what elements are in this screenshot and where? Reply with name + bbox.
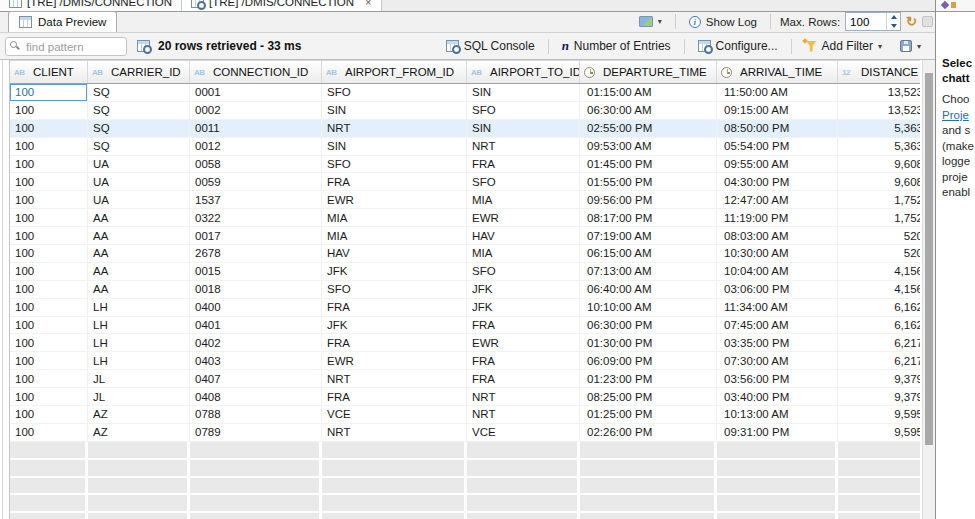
table-cell[interactable]: AA	[88, 209, 190, 226]
table-row[interactable]: 100SQ0011NRTSIN02:55:00 PM08:50:00 PM5,3…	[10, 120, 920, 138]
table-cell[interactable]: 09:53:00 AM	[580, 138, 717, 155]
table-cell[interactable]: LH	[88, 299, 190, 316]
table-cell[interactable]: LH	[88, 317, 190, 334]
table-row[interactable]: 100JL0408FRANRT08:25:00 PM03:40:00 PM9,3…	[10, 388, 920, 406]
table-cell[interactable]: 100	[10, 138, 88, 155]
table-cell[interactable]: EWR	[322, 191, 467, 208]
table-cell[interactable]: SIN	[467, 84, 580, 101]
show-log-button[interactable]: i Show Log	[685, 16, 761, 28]
spin-down-button[interactable]	[887, 22, 900, 31]
sql-console-button[interactable]: SQL Console	[437, 39, 544, 53]
table-cell[interactable]: SFO	[467, 102, 580, 119]
column-header-airport-to-id[interactable]: AB AIRPORT_TO_ID	[467, 61, 580, 83]
table-cell[interactable]: 07:45:00 AM	[717, 317, 838, 334]
table-cell[interactable]: 10:04:00 AM	[717, 263, 838, 280]
table-cell[interactable]: 03:35:00 PM	[717, 334, 838, 351]
table-cell[interactable]: MIA	[322, 209, 467, 226]
table-cell[interactable]: JFK	[467, 281, 580, 298]
table-cell[interactable]: 0407	[190, 370, 322, 387]
table-cell[interactable]: MIA	[467, 191, 580, 208]
table-row[interactable]: 100LH0400FRAJFK10:10:00 AM11:34:00 AM6,1…	[10, 299, 920, 317]
table-row[interactable]: 100SQ0002SINSFO06:30:00 AM09:15:00 AM13,…	[10, 102, 920, 120]
table-cell[interactable]: JL	[88, 370, 190, 387]
table-cell[interactable]: 0401	[190, 317, 322, 334]
table-cell[interactable]: UA	[88, 173, 190, 190]
table-cell[interactable]: SFO	[467, 173, 580, 190]
table-cell[interactable]: FRA	[322, 299, 467, 316]
table-cell[interactable]: 100	[10, 245, 88, 262]
table-cell[interactable]: FRA	[467, 370, 580, 387]
table-cell[interactable]: EWR	[322, 352, 467, 369]
table-cell[interactable]: FRA	[322, 388, 467, 405]
table-cell[interactable]: 100	[10, 388, 88, 405]
table-cell[interactable]: 13,523	[838, 84, 920, 101]
table-cell[interactable]: 100	[10, 102, 88, 119]
column-header-client[interactable]: AB CLIENT	[10, 61, 88, 83]
table-cell[interactable]: 09:56:00 PM	[580, 191, 717, 208]
table-row[interactable]: 100AA0018SFOJFK06:40:00 AM03:06:00 PM4,1…	[10, 281, 920, 299]
table-cell[interactable]: 4,156	[838, 281, 920, 298]
table-cell[interactable]: SFO	[322, 84, 467, 101]
table-row[interactable]: 100AZ0789NRTVCE02:26:00 PM09:31:00 PM9,5…	[10, 424, 920, 442]
table-cell[interactable]: 100	[10, 173, 88, 190]
table-cell[interactable]: NRT	[467, 406, 580, 423]
table-cell[interactable]: 01:45:00 PM	[580, 156, 717, 173]
table-cell[interactable]: UA	[88, 156, 190, 173]
table-cell[interactable]: 9,595	[838, 424, 920, 441]
table-cell[interactable]: 06:09:00 PM	[580, 352, 717, 369]
table-cell[interactable]: 02:26:00 PM	[580, 424, 717, 441]
table-cell[interactable]: 01:23:00 PM	[580, 370, 717, 387]
table-cell[interactable]: 520	[838, 245, 920, 262]
table-cell[interactable]: 11:19:00 PM	[717, 209, 838, 226]
table-cell[interactable]: MIA	[322, 227, 467, 244]
column-header-distance[interactable]: 12 DISTANCE	[838, 61, 920, 83]
table-cell[interactable]: 9,608	[838, 156, 920, 173]
table-cell[interactable]: MIA	[467, 245, 580, 262]
table-row[interactable]: 100AA2678HAVMIA06:15:00 AM10:30:00 AM520	[10, 245, 920, 263]
table-cell[interactable]: NRT	[467, 138, 580, 155]
table-cell[interactable]: 0011	[190, 120, 322, 137]
table-cell[interactable]: SFO	[322, 281, 467, 298]
spin-up-button[interactable]	[887, 13, 900, 22]
table-cell[interactable]: 12:47:00 AM	[717, 191, 838, 208]
table-cell[interactable]: NRT	[322, 370, 467, 387]
vertical-scrollbar[interactable]	[922, 60, 935, 519]
table-cell[interactable]: LH	[88, 352, 190, 369]
table-cell[interactable]: 04:30:00 PM	[717, 173, 838, 190]
tab-data-preview[interactable]: Data Preview	[8, 11, 117, 32]
table-cell[interactable]: 01:15:00 AM	[580, 84, 717, 101]
column-header-departure-time[interactable]: DEPARTURE_TIME	[580, 61, 717, 83]
configure-button[interactable]: Configure...	[689, 39, 787, 53]
table-cell[interactable]: 03:56:00 PM	[717, 370, 838, 387]
table-cell[interactable]: NRT	[467, 388, 580, 405]
table-cell[interactable]: EWR	[467, 334, 580, 351]
table-cell[interactable]: AA	[88, 263, 190, 280]
table-cell[interactable]: 100	[10, 334, 88, 351]
table-cell[interactable]: 01:55:00 PM	[580, 173, 717, 190]
table-cell[interactable]: 5,363	[838, 138, 920, 155]
table-cell[interactable]: 11:34:00 AM	[717, 299, 838, 316]
table-cell[interactable]: AA	[88, 281, 190, 298]
export-chart-button[interactable]: ▾	[635, 16, 666, 27]
column-header-airport-from-id[interactable]: AB AIRPORT_FROM_ID	[322, 61, 467, 83]
table-cell[interactable]: 0001	[190, 84, 322, 101]
add-filter-button[interactable]: Add Filter ▾	[796, 39, 891, 53]
table-cell[interactable]: FRA	[467, 352, 580, 369]
table-cell[interactable]: 100	[10, 370, 88, 387]
table-cell[interactable]: 9,608	[838, 173, 920, 190]
table-cell[interactable]: JFK	[322, 317, 467, 334]
table-cell[interactable]: JL	[88, 388, 190, 405]
table-cell[interactable]: 4,156	[838, 263, 920, 280]
scrollbar-thumb[interactable]	[925, 73, 933, 445]
table-cell[interactable]: 0408	[190, 388, 322, 405]
table-cell[interactable]: 0018	[190, 281, 322, 298]
table-cell[interactable]: 13,523	[838, 102, 920, 119]
table-cell[interactable]: 9,595	[838, 406, 920, 423]
table-row[interactable]: 100LH0401JFKFRA06:30:00 PM07:45:00 AM6,1…	[10, 317, 920, 335]
table-row[interactable]: 100SQ0001SFOSIN01:15:00 AM11:50:00 AM13,…	[10, 84, 920, 102]
table-cell[interactable]: SQ	[88, 120, 190, 137]
table-cell[interactable]: SFO	[467, 263, 580, 280]
table-cell[interactable]: VCE	[467, 424, 580, 441]
table-cell[interactable]: 06:15:00 AM	[580, 245, 717, 262]
table-cell[interactable]: 03:40:00 PM	[717, 388, 838, 405]
